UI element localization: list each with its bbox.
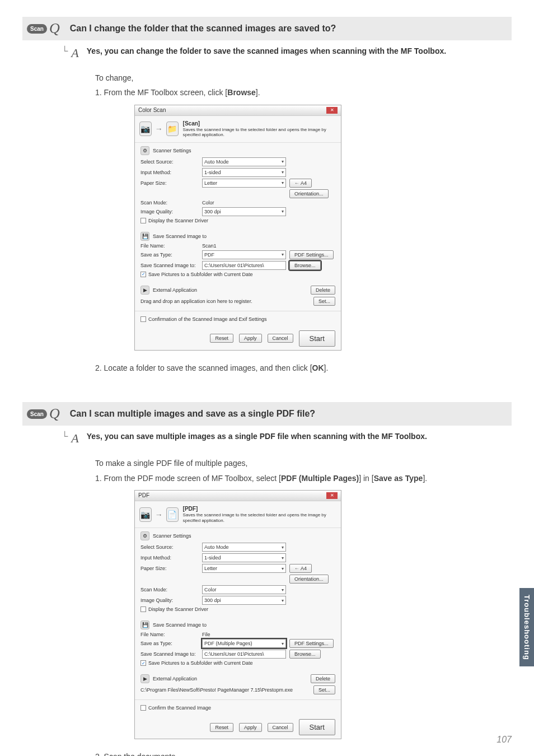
browse-button-2[interactable]: Browse...: [289, 650, 321, 659]
scanner-settings-label-2: Scanner Settings: [153, 533, 191, 539]
a4-button-2[interactable]: ← A4: [289, 564, 312, 573]
image-quality-label-2: Image Quality:: [140, 598, 202, 603]
external-app-label-1: External Application: [153, 287, 197, 293]
cancel-button-2[interactable]: Cancel: [268, 723, 293, 732]
select-source-dropdown-2[interactable]: Auto Mode: [202, 543, 286, 552]
close-icon-2[interactable]: ✕: [326, 492, 338, 499]
file-name-label-1: File Name:: [140, 243, 202, 249]
image-quality-dropdown-2[interactable]: 300 dpi: [202, 596, 286, 605]
scan-mode-dropdown-2[interactable]: Color: [202, 585, 286, 594]
folder-icon: 📁: [166, 122, 179, 136]
input-method-dropdown-2[interactable]: 1-sided: [202, 553, 286, 562]
scanner-icon: 📷: [139, 122, 152, 136]
step1-pre-2: 1. From the PDF mode screen of MF Toolbo…: [95, 474, 281, 483]
save-as-type-label-1: Save as Type:: [140, 252, 202, 258]
app-icon: ▶: [140, 286, 149, 295]
start-button-2[interactable]: Start: [299, 719, 335, 735]
select-source-dropdown-1[interactable]: Auto Mode: [202, 157, 286, 166]
question-text-2: Can I scan multiple images and save as a…: [70, 409, 315, 419]
pdf-settings-button-1[interactable]: PDF Settings...: [289, 250, 334, 259]
question-text-1: Can I change the folder that the scanned…: [70, 24, 336, 34]
set-button-1[interactable]: Set...: [313, 297, 335, 306]
answer-text-1: Yes, you can change the folder to save t…: [87, 46, 512, 60]
q-letter-1: Q: [49, 20, 60, 37]
confirm-checkbox-1[interactable]: [140, 316, 146, 322]
step1-bold2-2: Save as Type: [374, 474, 423, 483]
save-as-type-dropdown-2[interactable]: PDF (Multiple Pages): [202, 639, 286, 648]
orientation-button-2[interactable]: Orientation...: [289, 575, 329, 584]
input-method-dropdown-1[interactable]: 1-sided: [202, 168, 286, 177]
paper-size-label-2: Paper Size:: [140, 566, 202, 571]
a4-button-1[interactable]: ← A4: [289, 179, 312, 188]
save-icon-2: 💾: [140, 620, 149, 629]
image-quality-label-1: Image Quality:: [140, 209, 202, 214]
step2-pre: 2. Locate a folder to save the scanned i…: [95, 363, 312, 372]
answer-text-2: Yes, you can save multiple images as a s…: [87, 431, 512, 446]
dialog-title-2: PDF: [138, 492, 149, 499]
scan-badge-2: Scan: [27, 409, 47, 419]
scanner-settings-section-2: ⚙ Scanner Settings Select Source:Auto Mo…: [135, 528, 341, 617]
banner-1: 📷 → 📁 [Scan] Saves the scanned image to …: [135, 116, 341, 143]
apply-button-1[interactable]: Apply: [239, 334, 262, 343]
answer-row-2: └ A Yes, you can save multiple images as…: [62, 431, 512, 446]
step2-text-1: 2. Locate a folder to save the scanned i…: [95, 362, 512, 374]
a-letter-2: A: [71, 431, 78, 446]
scan-mode-label-1: Scan Mode:: [140, 200, 202, 206]
page-number: 107: [496, 735, 512, 745]
pdf-settings-button-2[interactable]: PDF Settings...: [289, 639, 334, 648]
intro-1: To change,: [95, 72, 512, 84]
app-path-2: C:\Program Files\NewSoft\Presto! PageMan…: [140, 687, 293, 693]
step2-text-2: 2. Scan the documents.: [95, 750, 512, 756]
subfolder-checkbox-1[interactable]: ✓: [140, 272, 146, 277]
confirm-label-2: Confirm the Scanned Image: [148, 705, 211, 711]
subfolder-label-2: Save Pictures to a Subfolder with Curren…: [148, 660, 253, 666]
body-text-2: To make a single PDF file of multiple pa…: [95, 457, 512, 484]
image-quality-dropdown-1[interactable]: 300 dpi: [202, 207, 286, 216]
save-section-1: 💾 Save Scanned Image to File Name:Scan1 …: [135, 228, 341, 282]
save-to-value-1: C:\Users\User 01\Pictures\: [202, 261, 286, 270]
settings-icon-2: ⚙: [140, 531, 149, 540]
step1-post-2: ].: [423, 474, 427, 483]
step1-bold1-2: PDF (Multiple Pages): [281, 474, 359, 483]
cancel-button-1[interactable]: Cancel: [268, 334, 293, 343]
step1-post: ].: [256, 88, 260, 97]
browse-button-1[interactable]: Browse...: [289, 261, 321, 270]
start-button-1[interactable]: Start: [299, 330, 335, 347]
input-method-label-1: Input Method:: [140, 170, 202, 175]
reset-button-2[interactable]: Reset: [210, 723, 233, 732]
scan-mode-label-2: Scan Mode:: [140, 587, 202, 592]
paper-size-dropdown-2[interactable]: Letter: [202, 564, 286, 573]
paper-size-dropdown-1[interactable]: Letter: [202, 179, 286, 188]
q-letter-2: Q: [49, 405, 60, 422]
troubleshooting-tab: Troubleshooting: [519, 588, 534, 666]
subfolder-checkbox-2[interactable]: ✓: [140, 660, 146, 666]
delete-button-2[interactable]: Delete: [311, 674, 335, 683]
scan-badge-1: Scan: [27, 24, 47, 34]
dialog-titlebar-1: Color Scan ✕: [135, 105, 341, 116]
subfolder-label-1: Save Pictures to a Subfolder with Curren…: [148, 272, 253, 277]
banner-text-2: [PDF] Saves the scanned image to the sel…: [183, 506, 336, 523]
step1-mid-2: ] in [: [359, 474, 373, 483]
scanner-settings-label: Scanner Settings: [153, 148, 191, 153]
reset-button-1[interactable]: Reset: [210, 334, 233, 343]
display-driver-label-2: Display the Scanner Driver: [148, 606, 208, 612]
close-icon[interactable]: ✕: [326, 107, 338, 114]
save-as-type-label-2: Save as Type:: [140, 641, 202, 646]
display-driver-checkbox-2[interactable]: [140, 606, 146, 612]
apply-button-2[interactable]: Apply: [239, 723, 262, 732]
input-method-label-2: Input Method:: [140, 555, 202, 561]
file-name-value-2: File: [202, 632, 210, 637]
orientation-button-1[interactable]: Orientation...: [289, 189, 329, 198]
banner-desc-1: Saves the scanned image to the selected …: [183, 127, 326, 138]
select-source-label-2: Select Source:: [140, 544, 202, 550]
banner-2: 📷 → 📄 [PDF] Saves the scanned image to t…: [135, 501, 341, 528]
delete-button-1[interactable]: Delete: [311, 286, 335, 295]
display-driver-label-1: Display the Scanner Driver: [148, 218, 208, 223]
scanner-icon-2: 📷: [139, 507, 152, 522]
set-button-2[interactable]: Set...: [313, 685, 335, 694]
save-to-value-2: C:\Users\User 01\Pictures\: [202, 650, 286, 659]
save-as-type-dropdown-1[interactable]: PDF: [202, 250, 286, 259]
display-driver-checkbox-1[interactable]: [140, 218, 146, 223]
step1-bold: Browse: [227, 88, 256, 97]
confirm-checkbox-2[interactable]: [140, 705, 146, 711]
